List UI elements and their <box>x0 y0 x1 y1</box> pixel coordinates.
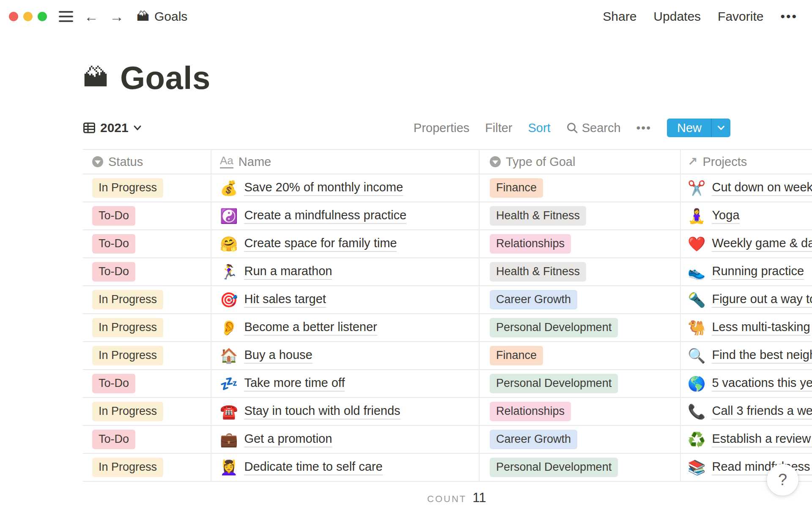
type-of-goal-cell[interactable]: Relationships <box>480 398 681 425</box>
projects-cell[interactable]: 🧘‍♀️Yoga <box>681 202 812 229</box>
sidebar-menu-icon[interactable] <box>59 11 73 22</box>
column-header-name[interactable]: AaName <box>211 150 480 174</box>
type-of-goal-cell[interactable]: Career Growth <box>480 286 681 313</box>
status-cell[interactable]: To-Do <box>83 230 211 257</box>
project-page-link[interactable]: Figure out a way to g <box>712 292 812 308</box>
projects-cell[interactable]: 🐫Less multi-tasking <box>681 314 812 341</box>
zoom-window-button[interactable] <box>38 12 47 21</box>
telephone-emoji: ☎️ <box>220 404 238 419</box>
projects-cell[interactable]: ✂️Cut down on weekd <box>681 174 812 202</box>
view-options-icon[interactable]: ••• <box>636 121 651 135</box>
count-label: COUNT <box>427 494 466 505</box>
minimize-window-button[interactable] <box>23 12 33 21</box>
goal-page-link[interactable]: Stay in touch with old friends <box>244 404 400 420</box>
share-button[interactable]: Share <box>603 9 636 24</box>
more-options-icon[interactable]: ••• <box>780 9 798 24</box>
name-cell[interactable]: 👂Become a better listener <box>211 314 480 341</box>
name-cell[interactable]: ☯️Create a mindfulness practice <box>211 202 480 229</box>
status-cell[interactable]: In Progress <box>83 174 211 202</box>
goal-page-link[interactable]: Create space for family time <box>244 236 397 252</box>
project-page-link[interactable]: Call 3 friends a wee <box>712 404 812 420</box>
name-cell[interactable]: ☎️Stay in touch with old friends <box>211 398 480 425</box>
projects-cell[interactable]: 🔍Find the best neighb <box>681 342 812 369</box>
project-page-link[interactable]: Find the best neighb <box>712 348 812 364</box>
status-cell[interactable]: To-Do <box>83 258 211 285</box>
briefcase-emoji: 💼 <box>220 432 238 447</box>
projects-cell[interactable]: 👟Running practice <box>681 258 812 285</box>
name-cell[interactable]: 💤Take more time off <box>211 370 480 397</box>
status-cell[interactable]: To-Do <box>83 202 211 229</box>
type-of-goal-cell[interactable]: Career Growth <box>480 426 681 453</box>
money-bag-emoji: 💰 <box>220 181 238 195</box>
project-page-link[interactable]: Less multi-tasking <box>712 320 810 336</box>
search-button[interactable]: Search <box>566 121 621 135</box>
type-of-goal-cell[interactable]: Finance <box>480 174 681 202</box>
type-of-goal-cell[interactable]: Relationships <box>480 230 681 257</box>
name-cell[interactable]: 💼Get a promotion <box>211 426 480 453</box>
status-cell[interactable]: To-Do <box>83 426 211 453</box>
projects-cell[interactable]: ♻️Establish a review c <box>681 426 812 453</box>
back-arrow-icon[interactable]: ← <box>84 9 99 24</box>
goal-page-link[interactable]: Save 20% of monthly income <box>244 180 403 196</box>
projects-cell[interactable]: 🌎5 vacations this yea <box>681 370 812 397</box>
projects-cell[interactable]: 🔦Figure out a way to g <box>681 286 812 313</box>
name-cell[interactable]: 🏠Buy a house <box>211 342 480 369</box>
column-header-status[interactable]: Status <box>83 150 211 174</box>
name-cell[interactable]: 🤗Create space for family time <box>211 230 480 257</box>
name-cell[interactable]: 💆‍♀️Dedicate time to self care <box>211 454 480 481</box>
type-of-goal-cell[interactable]: Personal Development <box>480 370 681 397</box>
goal-page-link[interactable]: Take more time off <box>244 376 345 392</box>
status-cell[interactable]: In Progress <box>83 286 211 313</box>
page-icon-mountain-emoji[interactable]: 🏔 <box>83 65 108 91</box>
table-view-icon <box>83 121 96 134</box>
goal-page-link[interactable]: Hit sales target <box>244 292 326 308</box>
search-icon <box>566 122 578 134</box>
column-header-type[interactable]: Type of Goal <box>480 150 681 174</box>
new-button-chevron[interactable] <box>711 119 730 137</box>
count-calculation[interactable]: COUNT 11 <box>427 490 486 505</box>
type-of-goal-cell[interactable]: Personal Development <box>480 314 681 341</box>
runner-emoji: 🏃‍♀️ <box>220 265 238 279</box>
goal-page-link[interactable]: Run a marathon <box>244 264 332 280</box>
breadcrumb[interactable]: 🏔 Goals <box>137 9 187 24</box>
type-of-goal-cell[interactable]: Personal Development <box>480 454 681 481</box>
goal-page-link[interactable]: Dedicate time to self care <box>244 460 382 475</box>
projects-cell[interactable]: ❤️Weekly game & date <box>681 230 812 257</box>
name-cell[interactable]: 💰Save 20% of monthly income <box>211 174 480 202</box>
forward-arrow-icon[interactable]: → <box>110 9 124 24</box>
favorite-button[interactable]: Favorite <box>718 9 763 24</box>
project-page-link[interactable]: Weekly game & date <box>712 236 812 252</box>
status-cell[interactable]: In Progress <box>83 342 211 369</box>
new-button[interactable]: New <box>667 119 730 137</box>
type-of-goal-cell[interactable]: Health & Fitness <box>480 258 681 285</box>
projects-cell[interactable]: 📞Call 3 friends a wee <box>681 398 812 425</box>
project-page-link[interactable]: 5 vacations this yea <box>712 376 812 392</box>
project-page-link[interactable]: Running practice <box>712 264 804 280</box>
project-page-link[interactable]: Yoga <box>712 208 739 224</box>
view-selector[interactable]: 2021 <box>83 121 142 135</box>
column-header-projects[interactable]: ↗Projects <box>681 150 812 174</box>
status-badge: To-Do <box>92 234 135 254</box>
filter-button[interactable]: Filter <box>485 121 512 135</box>
updates-button[interactable]: Updates <box>653 9 701 24</box>
project-page-link[interactable]: Cut down on weekd <box>712 180 812 196</box>
type-of-goal-cell[interactable]: Health & Fitness <box>480 202 681 229</box>
type-of-goal-cell[interactable]: Finance <box>480 342 681 369</box>
close-window-button[interactable] <box>9 12 18 21</box>
sort-button[interactable]: Sort <box>528 121 550 135</box>
status-cell[interactable]: In Progress <box>83 398 211 425</box>
project-page-link[interactable]: Establish a review c <box>712 432 812 447</box>
help-button[interactable]: ? <box>767 464 798 496</box>
goal-page-link[interactable]: Buy a house <box>244 348 312 364</box>
name-cell[interactable]: 🎯Hit sales target <box>211 286 480 313</box>
properties-button[interactable]: Properties <box>414 121 469 135</box>
status-cell[interactable]: In Progress <box>83 454 211 481</box>
status-cell[interactable]: In Progress <box>83 314 211 341</box>
goal-page-link[interactable]: Get a promotion <box>244 432 332 447</box>
status-cell[interactable]: To-Do <box>83 370 211 397</box>
name-cell[interactable]: 🏃‍♀️Run a marathon <box>211 258 480 285</box>
page-title-text[interactable]: Goals <box>120 59 211 96</box>
table-header-row: StatusAaNameType of Goal↗Projects <box>83 149 812 174</box>
goal-page-link[interactable]: Create a mindfulness practice <box>244 208 406 224</box>
goal-page-link[interactable]: Become a better listener <box>244 320 377 336</box>
